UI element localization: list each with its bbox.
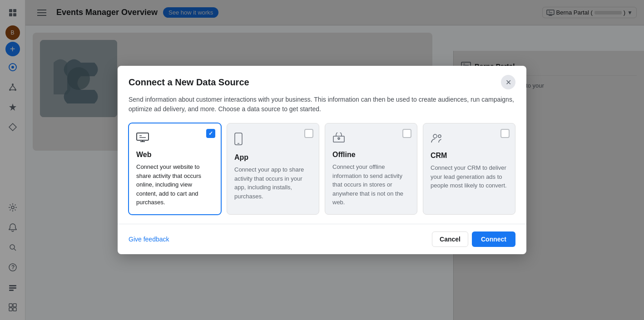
give-feedback-link[interactable]: Give feedback — [129, 236, 169, 243]
crm-icon — [431, 133, 508, 146]
web-desc: Connect your website to share activity t… — [136, 162, 213, 207]
offline-checkbox[interactable] — [402, 129, 411, 138]
crm-card[interactable]: CRM Connect your CRM to deliver your lea… — [423, 123, 515, 215]
dialog: Connect a New Data Source ✕ Send informa… — [118, 66, 526, 254]
offline-icon — [332, 133, 410, 145]
svg-point-49 — [433, 134, 437, 138]
offline-title: Offline — [332, 151, 410, 159]
offline-desc: Connect your offline information to send… — [332, 162, 410, 207]
dialog-footer: Give feedback Cancel Connect — [118, 224, 526, 254]
web-card[interactable]: Web Connect your website to share activi… — [129, 123, 221, 215]
web-checkbox[interactable] — [206, 129, 215, 138]
app-icon — [234, 133, 312, 148]
offline-card[interactable]: Offline Connect your offline information… — [325, 123, 417, 215]
svg-point-50 — [438, 135, 441, 138]
crm-checkbox[interactable] — [500, 129, 510, 138]
footer-buttons: Cancel Connect — [432, 231, 515, 247]
app-card[interactable]: App Connect your app to share activity t… — [227, 123, 319, 215]
app-title: App — [234, 153, 312, 162]
modal-overlay: Connect a New Data Source ✕ Send informa… — [0, 0, 644, 320]
app-desc: Connect your app to share activity that … — [234, 165, 312, 201]
cancel-button[interactable]: Cancel — [432, 231, 468, 247]
dialog-title: Connect a New Data Source — [129, 77, 249, 88]
dialog-header: Connect a New Data Source ✕ — [118, 66, 526, 95]
cards-row: Web Connect your website to share activi… — [118, 123, 526, 224]
dialog-description: Send information about customer interact… — [118, 95, 526, 123]
crm-title: CRM — [431, 152, 508, 160]
svg-rect-39 — [137, 133, 149, 140]
crm-desc: Connect your CRM to deliver your lead ge… — [431, 163, 508, 190]
web-icon — [136, 133, 213, 145]
app-checkbox[interactable] — [304, 129, 313, 138]
connect-button[interactable]: Connect — [472, 231, 515, 247]
svg-rect-44 — [235, 133, 242, 145]
web-title: Web — [136, 151, 213, 159]
close-button[interactable]: ✕ — [501, 75, 515, 89]
